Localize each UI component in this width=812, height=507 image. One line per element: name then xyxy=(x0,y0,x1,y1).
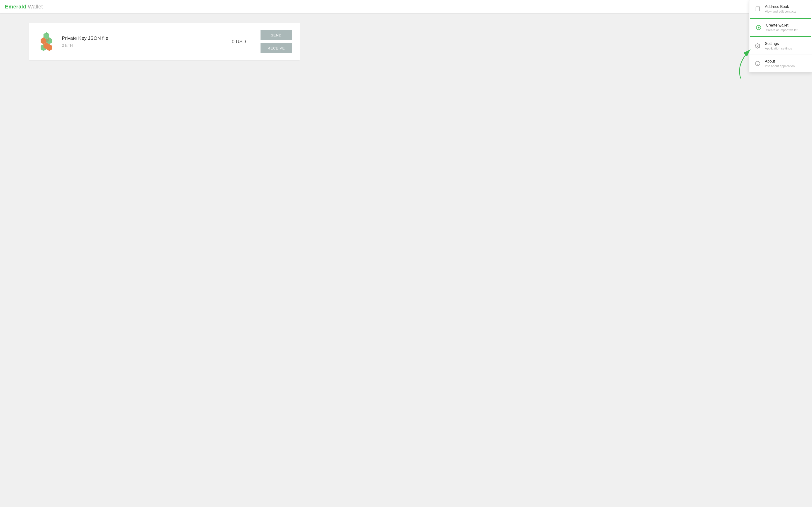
receive-button[interactable]: RECEIVE xyxy=(260,43,292,53)
wallet-actions: SEND RECEIVE xyxy=(260,30,292,53)
wallet-logo xyxy=(37,32,56,52)
app-header: Emerald Wallet xyxy=(0,0,406,13)
brand-wallet: Wallet xyxy=(27,4,43,10)
send-button[interactable]: SEND xyxy=(260,30,292,40)
wallet-usd: 0 USD xyxy=(232,39,246,44)
main-content: Private Key JSON file 0 ETH 0 USD SEND R… xyxy=(0,13,406,70)
brand-emerald: Emerald xyxy=(5,4,27,10)
svg-marker-6 xyxy=(46,32,49,34)
wallet-name: Private Key JSON file xyxy=(62,36,217,41)
wallet-info: Private Key JSON file 0 ETH xyxy=(62,36,217,48)
wallet-eth: 0 ETH xyxy=(62,44,217,48)
wallet-card: Private Key JSON file 0 ETH 0 USD SEND R… xyxy=(29,23,300,60)
app-title: Emerald Wallet xyxy=(5,4,43,10)
